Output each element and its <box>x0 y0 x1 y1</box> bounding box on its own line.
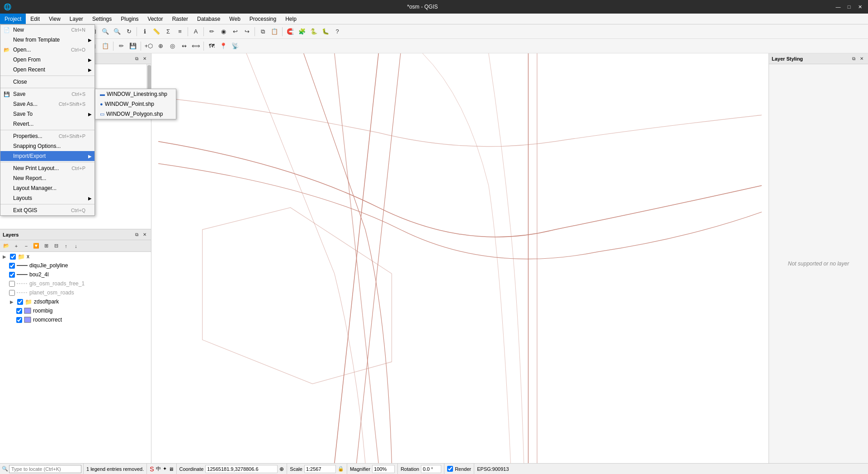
menu-import-export[interactable]: Import/Export ▶ <box>0 151 94 161</box>
menu-edit[interactable]: Edit <box>26 14 44 24</box>
attr-table-btn[interactable]: ≡ <box>175 26 185 37</box>
move-layer-down-btn[interactable]: ↓ <box>71 242 80 251</box>
menu-new-report[interactable]: New Report... <box>0 173 94 183</box>
minimize-button[interactable]: — <box>834 3 843 11</box>
menu-settings[interactable]: Settings <box>88 14 116 24</box>
menu-web[interactable]: Web <box>225 14 245 24</box>
layer-item-bou2[interactable]: bou2_4l <box>0 270 151 279</box>
zoom-layer-btn[interactable]: 🔍 <box>100 26 111 37</box>
add-layer-btn[interactable]: + <box>12 242 21 251</box>
fill-ring-btn[interactable]: ◎ <box>167 41 178 52</box>
menu-exit[interactable]: Exit QGIS Ctrl+Q <box>0 205 94 215</box>
identify-btn[interactable]: ℹ <box>139 26 150 37</box>
layers-panel-close-btn[interactable]: ✕ <box>141 231 148 238</box>
menu-database[interactable]: Database <box>193 14 225 24</box>
paste-features-btn[interactable]: 📋 <box>269 26 280 37</box>
digitize-btn[interactable]: ✏ <box>206 26 217 37</box>
layer-item-roombig[interactable]: roombig <box>0 306 151 315</box>
menu-plugins[interactable]: Plugins <box>116 14 143 24</box>
expand-all-btn[interactable]: ⊞ <box>42 242 51 251</box>
debug-btn[interactable]: 🐛 <box>320 26 331 37</box>
menu-help[interactable]: Help <box>281 14 301 24</box>
menu-close[interactable]: Close <box>0 77 94 87</box>
status-epsg[interactable]: EPSG:900913 <box>474 464 511 474</box>
layer-checkbox-roomcorrect[interactable] <box>16 317 22 323</box>
submenu-window-polygon[interactable]: ▭ WINDOW_Polygon.shp <box>95 109 176 119</box>
copy-features-btn[interactable]: ⧉ <box>257 26 268 37</box>
submenu-window-point[interactable]: ● WINDOW_Point.shp <box>95 99 176 109</box>
layer-item-x-group[interactable]: ▶ 📁 x <box>0 252 151 261</box>
add-ring-btn[interactable]: ⊕ <box>155 41 166 52</box>
georef-btn[interactable]: 📍 <box>218 41 229 52</box>
split-features-btn[interactable]: ⟺ <box>190 41 201 52</box>
menu-layout-manager[interactable]: Layout Manager... <box>0 183 94 193</box>
layer-item-diqujie[interactable]: diquJie_polyline <box>0 261 151 270</box>
layer-item-roomcorrect[interactable]: roomcorrect <box>0 315 151 324</box>
layer-checkbox-diqujie[interactable] <box>9 263 15 269</box>
menu-save-as[interactable]: Save As... Ctrl+Shift+S <box>0 99 94 109</box>
stats-btn[interactable]: Σ <box>163 26 174 37</box>
layers-list[interactable]: ▶ 📁 x diquJie_polyline bou2_4l <box>0 252 151 463</box>
menu-properties[interactable]: Properties... Ctrl+Shift+P <box>0 131 94 141</box>
menu-new-template[interactable]: New from Template ▶ <box>0 35 94 45</box>
toggle-edit-btn[interactable]: ✏ <box>116 41 127 52</box>
layer-checkbox-zdsoftpark[interactable] <box>17 299 23 305</box>
save-edits-btn[interactable]: 💾 <box>127 41 138 52</box>
layer-styling-close-btn[interactable]: ✕ <box>858 55 865 62</box>
menu-view[interactable]: View <box>44 14 65 24</box>
node-tool-btn[interactable]: ◉ <box>218 26 229 37</box>
render-checkbox[interactable] <box>447 466 453 472</box>
menu-processing[interactable]: Processing <box>245 14 281 24</box>
collapse-all-btn[interactable]: ⊟ <box>52 242 61 251</box>
map-canvas[interactable] <box>151 53 769 463</box>
gps-btn[interactable]: 📡 <box>230 41 241 52</box>
layer-expand-x[interactable]: ▶ <box>2 254 7 259</box>
layer-checkbox-gis-osm[interactable] <box>9 281 15 287</box>
browser-panel-float-btn[interactable]: ⧉ <box>133 55 140 62</box>
layers-panel-float-btn[interactable]: ⧉ <box>133 231 140 238</box>
menu-open-from[interactable]: Open From ▶ <box>0 55 94 65</box>
refresh-btn[interactable]: ↻ <box>123 26 134 37</box>
menu-new-print-layout[interactable]: New Print Layout... Ctrl+P <box>0 163 94 173</box>
layer-checkbox-planet-osm[interactable] <box>9 290 15 296</box>
open-layer-btn[interactable]: 📂 <box>2 242 11 251</box>
menu-vector[interactable]: Vector <box>143 14 168 24</box>
remove-layer-btn[interactable]: − <box>22 242 31 251</box>
layer-checkbox-x[interactable] <box>10 254 16 260</box>
menu-open[interactable]: 📂 Open... Ctrl+O <box>0 45 94 55</box>
field-calc-btn[interactable]: A <box>190 26 201 37</box>
undo-btn[interactable]: ↩ <box>230 26 241 37</box>
menu-new[interactable]: 📄 New Ctrl+N <box>0 25 94 35</box>
paste-features2-btn[interactable]: 📋 <box>100 41 111 52</box>
layer-item-gis-osm[interactable]: gis_osm_roads_free_1 <box>0 279 151 288</box>
search-input[interactable] <box>9 465 81 473</box>
move-layer-up-btn[interactable]: ↑ <box>61 242 71 251</box>
magnifier-input[interactable] <box>372 465 395 473</box>
measure-btn[interactable]: 📏 <box>151 26 162 37</box>
redo-btn[interactable]: ↪ <box>241 26 252 37</box>
menu-revert[interactable]: Revert... <box>0 119 94 129</box>
layer-styling-float-btn[interactable]: ⧉ <box>850 55 857 62</box>
layer-item-planet-osm[interactable]: planet_osm_roads <box>0 288 151 297</box>
menu-layouts[interactable]: Layouts ▶ <box>0 193 94 203</box>
zoom-selection-btn[interactable]: 🔍 <box>112 26 123 37</box>
menu-snapping[interactable]: Snapping Options... <box>0 141 94 151</box>
menu-project[interactable]: Project <box>0 14 26 24</box>
layer-checkbox-bou2[interactable] <box>9 272 15 278</box>
plugins-btn[interactable]: 🧩 <box>297 26 307 37</box>
menu-layer[interactable]: Layer <box>65 14 88 24</box>
help-btn[interactable]: ? <box>332 26 343 37</box>
scale-input[interactable] <box>304 465 336 473</box>
reshape-btn[interactable]: ↭ <box>179 41 189 52</box>
close-button[interactable]: ✕ <box>855 3 864 11</box>
openstreetmap-btn[interactable]: 🗺 <box>206 41 217 52</box>
menu-save-to[interactable]: Save To ▶ <box>0 109 94 119</box>
add-feature-btn[interactable]: +⬡ <box>143 41 154 52</box>
coordinate-input[interactable] <box>205 465 278 473</box>
layer-checkbox-roombig[interactable] <box>16 308 22 314</box>
submenu-window-linestring[interactable]: ▬ WINDOW_Linestring.shp <box>95 89 176 99</box>
menu-save[interactable]: 💾 Save Ctrl+S <box>0 89 94 99</box>
browser-panel-close-btn[interactable]: ✕ <box>141 55 148 62</box>
lock-icon[interactable]: 🔒 <box>338 466 344 472</box>
rotation-input[interactable] <box>421 465 441 473</box>
